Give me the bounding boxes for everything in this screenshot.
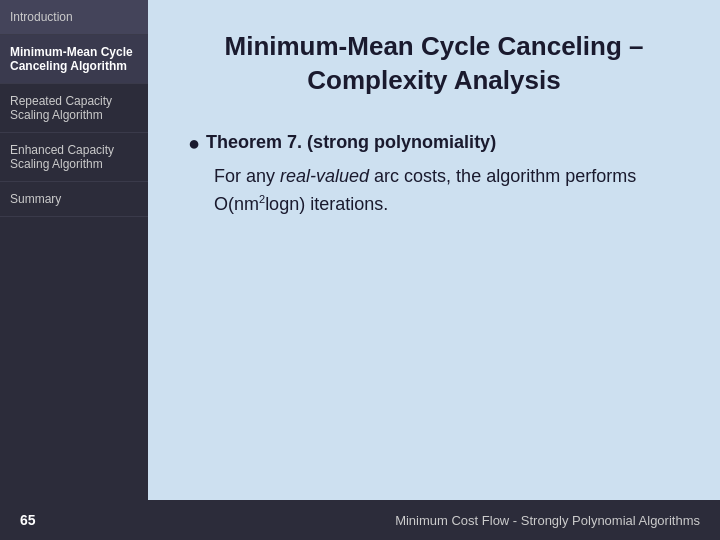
sidebar-item-enhanced-capacity[interactable]: Enhanced Capacity Scaling Algorithm bbox=[0, 133, 148, 182]
theorem-italic: real-valued bbox=[280, 166, 369, 186]
main-container: Introduction Minimum-Mean Cycle Cancelin… bbox=[0, 0, 720, 500]
sidebar-item-introduction[interactable]: Introduction bbox=[0, 0, 148, 35]
footer: 65 Minimum Cost Flow - Strongly Polynomi… bbox=[0, 500, 720, 540]
footer-title: Minimum Cost Flow - Strongly Polynomial … bbox=[395, 513, 700, 528]
footer-page-number: 65 bbox=[20, 512, 36, 528]
content-area: Minimum-Mean Cycle Canceling – Complexit… bbox=[148, 0, 720, 500]
bullet-icon: ● bbox=[188, 128, 200, 158]
content-body: ● Theorem 7. (strong polynomiality) For … bbox=[188, 128, 680, 220]
sidebar-item-summary[interactable]: Summary bbox=[0, 182, 148, 217]
page-title: Minimum-Mean Cycle Canceling – Complexit… bbox=[188, 30, 680, 98]
sidebar-item-minimum-mean-cycle[interactable]: Minimum-Mean Cycle Canceling Algorithm bbox=[0, 35, 148, 84]
theorem-detail: For any real-valued arc costs, the algor… bbox=[188, 162, 680, 220]
theorem-header: ● Theorem 7. (strong polynomiality) bbox=[188, 128, 680, 158]
theorem-body-prefix: For any bbox=[214, 166, 280, 186]
theorem-complexity: O(nm2logn) iterations. bbox=[214, 194, 388, 214]
exponent: 2 bbox=[259, 193, 265, 205]
theorem-body-suffix: arc costs, the algorithm performs bbox=[369, 166, 636, 186]
sidebar-item-repeated-capacity[interactable]: Repeated Capacity Scaling Algorithm bbox=[0, 84, 148, 133]
sidebar: Introduction Minimum-Mean Cycle Cancelin… bbox=[0, 0, 148, 500]
theorem-label: Theorem 7. (strong polynomiality) bbox=[206, 128, 496, 157]
